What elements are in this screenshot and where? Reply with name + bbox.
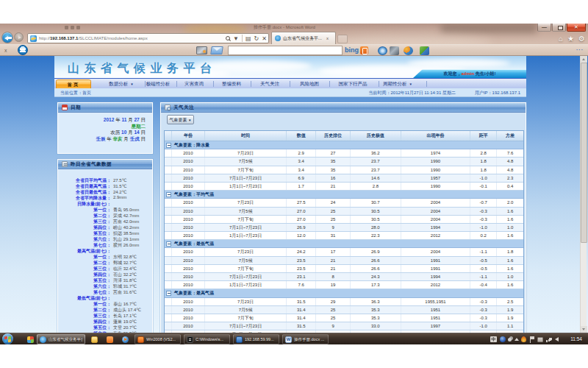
- nav-item[interactable]: 整编资料: [222, 79, 241, 89]
- table-row[interactable]: 20101月1日~7月23日7.61917.32012-0.41.6: [165, 281, 523, 289]
- toolbar-screenshot-icon[interactable]: [390, 46, 399, 55]
- column-header[interactable]: 历史极值: [351, 131, 401, 141]
- nav-item[interactable]: 天气关注: [260, 79, 279, 89]
- toolbar-overflow-icon[interactable]: ···: [576, 47, 584, 52]
- favorites-star-icon[interactable]: ★: [567, 35, 574, 43]
- nav-item[interactable]: 周期性分析▼: [383, 79, 412, 89]
- table-row[interactable]: 20101月1日~7月23日12.03122.320120.21.6: [165, 232, 523, 240]
- table-cell: 30.5: [351, 216, 401, 223]
- start-button[interactable]: [2, 333, 13, 344]
- forward-button[interactable]: [14, 32, 24, 42]
- address-bar[interactable]: http://192.168.137.1/SLCCLIMATE/modules/…: [27, 33, 269, 43]
- column-header[interactable]: 时间: [205, 131, 287, 141]
- back-button[interactable]: [1, 32, 13, 43]
- toolbar-mail-icon[interactable]: [210, 46, 223, 54]
- action-center-flag-icon[interactable]: [529, 336, 535, 343]
- dropdown-arrow-icon[interactable]: ▼: [233, 35, 239, 42]
- page-scrollbar[interactable]: [580, 56, 587, 333]
- new-tab-button[interactable]: [337, 35, 348, 43]
- table-row[interactable]: 20107月5候27.02530.52004-0.31.6: [165, 208, 523, 216]
- table-group-row[interactable]: 气象要素：最低气温: [165, 240, 523, 248]
- column-header[interactable]: 出现年份: [401, 131, 471, 141]
- tab-close-icon[interactable]: x: [326, 36, 329, 40]
- column-header[interactable]: 年份: [172, 131, 205, 141]
- nav-item[interactable]: 灾害查询: [184, 79, 204, 89]
- row-indent-cell: [165, 306, 172, 314]
- table-row[interactable]: 20107月1日~7月23日31.5933.01997-1.01.1: [165, 322, 523, 330]
- table-row[interactable]: 20107月1日~7月23日23.1824.31994-1.11.0: [165, 273, 523, 281]
- tray-small-icon[interactable]: [508, 338, 512, 342]
- bing-search-button[interactable]: [360, 46, 368, 54]
- tray-antivirus-icon[interactable]: [521, 336, 526, 342]
- input-language-indicator[interactable]: 中: [490, 336, 497, 342]
- table-row[interactable]: 20107月23日2.92736.219742.87.6: [165, 149, 523, 158]
- table-group-row[interactable]: 气象要素：降水量: [165, 141, 523, 149]
- search-icon[interactable]: [225, 35, 230, 42]
- close-button[interactable]: ✕: [567, 24, 586, 32]
- collapse-icon[interactable]: [166, 143, 171, 148]
- taskbar-app-orange[interactable]: [104, 334, 117, 344]
- table-row[interactable]: 20107月5候23.52126.61991-0.51.6: [165, 257, 523, 265]
- toolbar-card-icon[interactable]: [196, 46, 207, 54]
- table-row[interactable]: 20107月23日31.52936.31955,1951-0.32.5: [165, 298, 523, 306]
- toolbar-sync-icon[interactable]: [378, 46, 387, 55]
- refresh-icon[interactable]: ↻: [254, 35, 259, 42]
- tray-app-icon[interactable]: [500, 336, 506, 342]
- home-icon[interactable]: ⌂: [559, 35, 563, 43]
- pinned-app-icon[interactable]: [25, 334, 35, 344]
- compat-view-icon[interactable]: ▤: [245, 35, 251, 42]
- table-group-row[interactable]: 气象要素：最高气温: [165, 289, 523, 297]
- nav-item[interactable]: 风险地图: [300, 79, 319, 89]
- toolbar-close-icon[interactable]: x: [4, 48, 7, 53]
- taskbar-window-button[interactable]: Win2008 (VS2...: [135, 334, 181, 344]
- tray-show-hidden-icon[interactable]: [514, 338, 519, 341]
- taskbar-explorer[interactable]: [88, 334, 101, 344]
- taskbar-clock[interactable]: 11:54: [570, 333, 582, 344]
- column-header[interactable]: 数值: [287, 131, 316, 141]
- table-row[interactable]: 20101月1日~7月23日1.7212.81990-0.10.4: [165, 183, 523, 191]
- stop-icon[interactable]: ✕: [262, 35, 267, 42]
- scrollbar-down-arrow[interactable]: [581, 326, 587, 333]
- network-icon[interactable]: [537, 337, 543, 342]
- scrollbar-thumb[interactable]: [581, 63, 587, 243]
- table-row[interactable]: 20107月下旬3.43523.719901.84.8: [165, 166, 523, 174]
- column-header[interactable]: 方差: [497, 131, 523, 141]
- table-row[interactable]: 20107月23日24.21726.92004-1.11.8: [165, 248, 523, 256]
- table-row[interactable]: 20107月下旬27.02530.52004-0.31.6: [165, 216, 523, 224]
- table-group-row[interactable]: 气象要素：平均气温: [165, 191, 523, 199]
- minimize-button[interactable]: —: [537, 24, 551, 32]
- nav-item[interactable]: 极端性分析: [146, 79, 171, 89]
- table-row[interactable]: 20107月1日~7月23日6.91614.61957-1.02.3: [165, 174, 523, 183]
- table-row[interactable]: 20107月下旬31.42535.31951-0.31.9: [165, 314, 523, 322]
- restore-button[interactable]: [552, 24, 566, 32]
- table-row[interactable]: 20107月5候3.43523.719901.84.8: [165, 158, 523, 166]
- taskbar-window-button[interactable]: C:\Windows\s...: [184, 334, 230, 344]
- element-filter-button[interactable]: 气象要素 ▼: [167, 115, 194, 124]
- collapse-icon[interactable]: [166, 192, 171, 197]
- column-header[interactable]: 历史排位: [316, 131, 351, 141]
- volume-icon[interactable]: [555, 337, 559, 342]
- table-row[interactable]: 20107月5候31.42535.31951-0.31.9: [165, 306, 523, 314]
- table-row[interactable]: 20107月23日27.52430.72004-0.72.0: [165, 199, 523, 207]
- column-header[interactable]: 距平: [470, 131, 497, 141]
- taskbar-window-button[interactable]: 192.168.59.99...: [233, 334, 279, 344]
- browser-tab[interactable]: 山东省气候业务平... x: [271, 32, 336, 44]
- taskbar-window-button[interactable]: 操作手册.docx ...: [282, 334, 329, 344]
- table-row[interactable]: 20107月下旬23.52126.61991-0.51.6: [165, 265, 523, 273]
- nav-item[interactable]: 国家下行产品: [339, 79, 368, 89]
- url-text[interactable]: http://192.168.137.1/SLCCLIMATE/modules/…: [39, 36, 148, 40]
- collapse-icon[interactable]: [166, 291, 171, 296]
- nav-item[interactable]: 数据分析▼: [109, 79, 133, 89]
- tools-gear-icon[interactable]: ⚙: [578, 35, 585, 43]
- scrollbar-up-arrow[interactable]: [581, 56, 587, 63]
- taskbar-media-player[interactable]: [119, 334, 132, 344]
- collapse-icon[interactable]: [166, 241, 171, 247]
- toolbar-logo-icon[interactable]: [18, 45, 28, 55]
- toolbar-search-input[interactable]: [228, 46, 343, 55]
- column-header[interactable]: [165, 131, 172, 141]
- table-row[interactable]: 20107月1日~7月23日26.9928.01994-1.01.0: [165, 224, 523, 232]
- toolbar-people-icon[interactable]: [420, 46, 429, 55]
- toolbar-msn-icon[interactable]: [404, 46, 413, 55]
- taskbar-ie-window[interactable]: 山东省气候业务平台: [37, 334, 85, 344]
- table-cell: 33.0: [351, 322, 401, 330]
